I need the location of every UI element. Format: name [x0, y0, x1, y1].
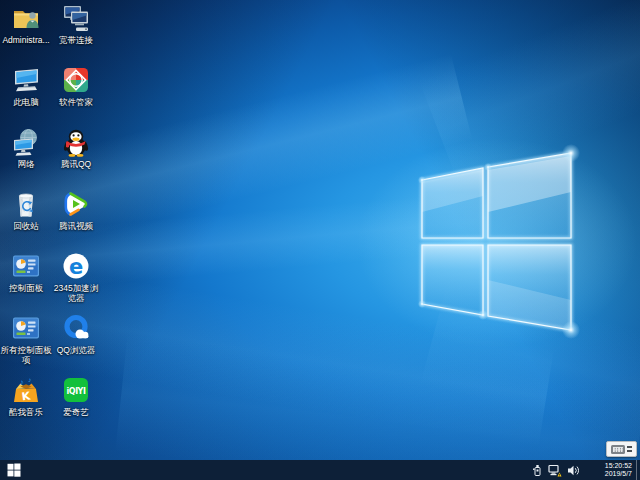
icon-label: Administra...	[0, 35, 52, 45]
desktop-icon-all-control-panel-items[interactable]: 所有控制面板项	[0, 313, 52, 365]
windows-logo-icon	[7, 463, 21, 477]
ime-toolbar[interactable]	[606, 441, 637, 457]
desktop-icon-administrator[interactable]: Administra...	[0, 3, 52, 45]
qq-browser-icon	[61, 313, 91, 343]
icon-label: 爱奇艺	[50, 407, 102, 417]
user-folder-icon	[11, 3, 41, 33]
desktop-icon-recycle-bin[interactable]: 回收站	[0, 189, 52, 231]
software-manager-icon	[61, 65, 91, 95]
icon-label: 腾讯视频	[50, 221, 102, 231]
control-panel-icon	[11, 251, 41, 281]
desktop-icon-iqiyi[interactable]: iQIYI 爱奇艺	[50, 375, 102, 417]
desktop-icon-tencent-video[interactable]: 腾讯视频	[50, 189, 102, 231]
tencent-video-icon	[61, 189, 91, 219]
desktop-icon-2345-browser[interactable]: e 2345加速浏览器	[50, 251, 102, 303]
start-button[interactable]	[0, 460, 28, 480]
clock-time: 15:20:52	[588, 462, 632, 471]
icon-label: 控制面板	[0, 283, 52, 293]
svg-text:e: e	[69, 255, 83, 279]
broadband-connection-icon	[61, 3, 91, 33]
desktop-icon-broadband[interactable]: 宽带连接	[50, 3, 102, 45]
desktop-icon-kuwo-music[interactable]: K ♪ ♪ 酷我音乐	[0, 375, 52, 417]
kuwo-music-icon: K ♪ ♪	[11, 375, 41, 405]
iqiyi-icon: iQIYI	[61, 375, 91, 405]
svg-text:iQIYI: iQIYI	[67, 387, 86, 396]
taskbar: 15:20:52 2019/5/7	[0, 460, 640, 480]
svg-text:♪: ♪	[20, 377, 24, 387]
desktop-icon-control-panel[interactable]: 控制面板	[0, 251, 52, 293]
desktop-icon-network[interactable]: 网络	[0, 127, 52, 169]
desktop-icon-software-manager[interactable]: 软件管家	[50, 65, 102, 107]
keyboard-icon	[611, 445, 625, 454]
desktop-icon-tencent-qq[interactable]: 腾讯QQ	[50, 127, 102, 169]
volume-icon[interactable]	[567, 464, 580, 477]
computer-icon	[11, 65, 41, 95]
show-desktop-button[interactable]	[636, 460, 640, 480]
network-globe-icon	[11, 127, 41, 157]
control-panel-icon	[11, 313, 41, 343]
taskbar-clock[interactable]: 15:20:52 2019/5/7	[588, 462, 632, 479]
icon-label: 2345加速浏览器	[50, 283, 102, 303]
clock-date: 2019/5/7	[588, 470, 632, 479]
icon-label: 网络	[0, 159, 52, 169]
desktop-icon-this-pc[interactable]: 此电脑	[0, 65, 52, 107]
network-status-icon[interactable]	[548, 464, 562, 477]
2345-browser-icon: e	[61, 251, 91, 281]
ime-handle	[627, 446, 632, 452]
svg-text:♪: ♪	[28, 376, 31, 383]
icon-label: 所有控制面板项	[0, 345, 52, 365]
icon-label: 酷我音乐	[0, 407, 52, 417]
recycle-bin-icon	[11, 189, 41, 219]
icon-label: 回收站	[0, 221, 52, 231]
windows-desktop: Administra... 宽带连接 此电脑	[0, 0, 640, 480]
icon-label: QQ浏览器	[50, 345, 102, 355]
icon-label: 腾讯QQ	[50, 159, 102, 169]
usb-device-icon[interactable]	[532, 464, 543, 477]
desktop-icon-qq-browser[interactable]: QQ浏览器	[50, 313, 102, 355]
qq-penguin-icon	[61, 127, 91, 157]
system-tray	[532, 464, 580, 477]
icon-label: 软件管家	[50, 97, 102, 107]
icon-label: 此电脑	[0, 97, 52, 107]
icon-label: 宽带连接	[50, 35, 102, 45]
